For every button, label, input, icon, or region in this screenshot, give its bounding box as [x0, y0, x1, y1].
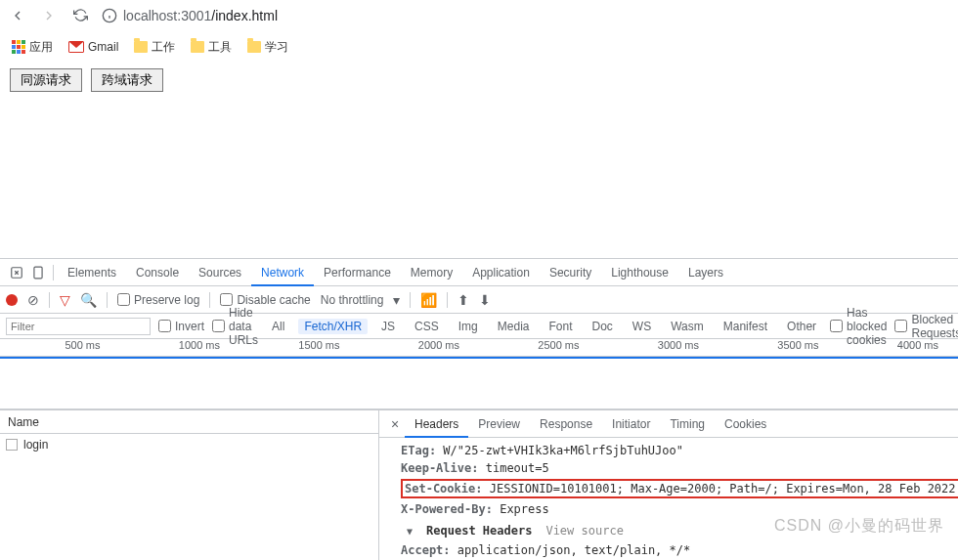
tab-elements[interactable]: Elements	[58, 259, 126, 286]
devtools-panel: Elements Console Sources Network Perform…	[0, 258, 958, 560]
header-set-cookie: Set-Cookie: JESSIONID=10101001; Max-Age=…	[401, 477, 948, 500]
type-js[interactable]: JS	[375, 319, 401, 334]
tab-performance[interactable]: Performance	[314, 259, 401, 286]
type-wasm[interactable]: Wasm	[665, 319, 710, 334]
detail-tab-response[interactable]: Response	[530, 410, 602, 438]
device-icon[interactable]	[27, 266, 49, 280]
type-all[interactable]: All	[266, 319, 290, 334]
search-icon[interactable]: 🔍	[80, 292, 97, 308]
type-manifest[interactable]: Manifest	[718, 319, 773, 334]
request-row[interactable]: login	[0, 434, 378, 455]
preserve-log-checkbox[interactable]: Preserve log	[117, 293, 199, 307]
type-other[interactable]: Other	[781, 319, 822, 334]
tab-layers[interactable]: Layers	[678, 259, 733, 286]
column-header-name[interactable]: Name	[0, 410, 378, 434]
inspect-icon[interactable]	[6, 266, 27, 280]
type-ws[interactable]: WS	[627, 319, 657, 334]
close-icon[interactable]: ×	[385, 416, 405, 432]
apps-label: 应用	[29, 39, 53, 56]
filter-input[interactable]	[6, 318, 151, 335]
timeline-overview[interactable]	[0, 357, 958, 409]
header-etag: ETag: W/"25-zwt+VHIk3ka+M6lrfSjbTuhUJoo"	[401, 442, 948, 459]
url-text: localhost:3001/index.html	[123, 8, 278, 23]
record-icon[interactable]	[6, 294, 18, 306]
folder-icon	[191, 41, 204, 53]
bookmarks-bar: 应用 Gmail 工作 工具 学习	[0, 31, 958, 63]
type-fetch-xhr[interactable]: Fetch/XHR	[298, 319, 368, 334]
upload-icon[interactable]: ⬆	[457, 292, 469, 308]
request-name: login	[23, 438, 48, 452]
apps-icon	[12, 40, 25, 54]
wifi-icon[interactable]: 📶	[420, 292, 437, 308]
same-origin-button[interactable]: 同源请求	[10, 68, 82, 92]
bookmark-tools[interactable]: 工具	[187, 37, 236, 58]
svg-rect-4	[34, 267, 42, 279]
tab-application[interactable]: Application	[462, 259, 540, 286]
site-info-icon[interactable]	[102, 8, 117, 23]
tab-sources[interactable]: Sources	[189, 259, 251, 286]
bookmark-study[interactable]: 学习	[243, 37, 292, 58]
detail-tab-preview[interactable]: Preview	[468, 410, 530, 438]
detail-tab-cookies[interactable]: Cookies	[715, 410, 776, 438]
cross-origin-button[interactable]: 跨域请求	[91, 68, 163, 92]
back-icon[interactable]	[8, 6, 27, 25]
header-x-powered-by: X-Powered-By: Express	[401, 500, 948, 518]
forward-icon[interactable]	[39, 6, 59, 25]
type-doc[interactable]: Doc	[586, 319, 618, 334]
file-icon	[6, 439, 18, 451]
chevron-down-icon[interactable]: ▾	[393, 292, 400, 308]
type-img[interactable]: Img	[453, 319, 484, 334]
tab-lighthouse[interactable]: Lighthouse	[601, 259, 678, 286]
address-bar[interactable]: localhost:3001/index.html	[102, 2, 950, 29]
type-font[interactable]: Font	[543, 319, 578, 334]
throttling-select[interactable]: No throttling	[321, 293, 384, 307]
folder-icon	[134, 41, 148, 53]
tab-memory[interactable]: Memory	[401, 259, 462, 286]
tab-security[interactable]: Security	[540, 259, 601, 286]
page-content: 同源请求 跨域请求	[0, 63, 958, 258]
bookmark-gmail[interactable]: Gmail	[65, 38, 122, 56]
bookmark-work[interactable]: 工作	[130, 37, 179, 58]
invert-checkbox[interactable]: Invert	[158, 320, 204, 333]
header-accept: Accept: application/json, text/plain, */…	[401, 541, 948, 559]
detail-tab-timing[interactable]: Timing	[660, 410, 715, 438]
gmail-icon	[68, 41, 84, 53]
disable-cache-checkbox[interactable]: Disable cache	[220, 293, 310, 307]
filter-icon[interactable]: ▽	[60, 292, 70, 308]
folder-icon	[247, 41, 261, 53]
clear-icon[interactable]: ⊘	[27, 292, 39, 308]
reload-icon[interactable]	[70, 6, 90, 25]
download-icon[interactable]: ⬇	[479, 292, 491, 308]
request-headers-section[interactable]: ▼Request HeadersView source	[401, 518, 948, 541]
header-keep-alive: Keep-Alive: timeout=5	[401, 459, 948, 477]
timeline-ruler: 500 ms1000 ms1500 ms2000 ms2500 ms3000 m…	[0, 339, 958, 357]
detail-tab-headers[interactable]: Headers	[405, 410, 468, 438]
detail-tab-initiator[interactable]: Initiator	[602, 410, 660, 438]
type-css[interactable]: CSS	[409, 319, 445, 334]
tab-console[interactable]: Console	[126, 259, 189, 286]
blocked-requests-checkbox[interactable]: Blocked Requests	[894, 313, 958, 340]
type-media[interactable]: Media	[492, 319, 536, 334]
tab-network[interactable]: Network	[251, 259, 314, 286]
apps-shortcut[interactable]: 应用	[8, 37, 57, 58]
